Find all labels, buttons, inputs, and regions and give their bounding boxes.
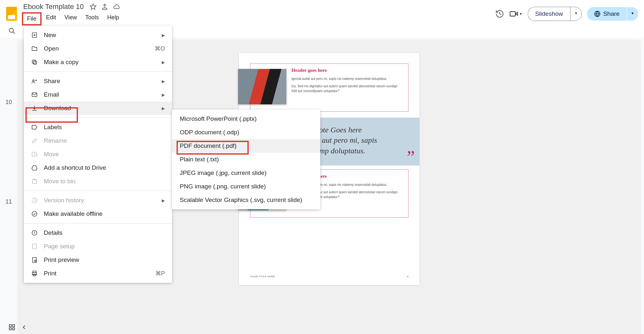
- download-pdf[interactable]: PDF document (.pdf): [172, 139, 320, 153]
- info-icon: [31, 230, 38, 236]
- menu-drive-shortcut[interactable]: Add a shortcut to Drive: [24, 161, 172, 175]
- menu-share[interactable]: Share ▶: [24, 74, 172, 88]
- thumb-number-11[interactable]: 11: [0, 198, 17, 205]
- menu-print-preview[interactable]: Print preview: [24, 253, 172, 267]
- download-submenu: Microsoft PowerPoint (.pptx) ODP documen…: [172, 110, 320, 209]
- collapse-icon[interactable]: [21, 324, 27, 330]
- footer-text: YOUR TITLE HERE: [250, 275, 275, 278]
- svg-rect-18: [33, 180, 36, 184]
- slideshow-group: Slideshow ▼: [528, 7, 582, 21]
- rename-icon: [31, 138, 38, 144]
- trash-icon: [31, 178, 38, 185]
- submenu-arrow-icon: ▶: [162, 60, 165, 65]
- svg-point-19: [32, 212, 37, 216]
- slideshow-button[interactable]: Slideshow: [528, 7, 570, 21]
- menu-page-setup: Page setup: [24, 240, 172, 253]
- svg-rect-2: [510, 12, 515, 16]
- menu-labels[interactable]: Labels: [24, 120, 172, 134]
- svg-rect-32: [9, 328, 11, 330]
- svg-point-12: [33, 80, 34, 81]
- menu-open[interactable]: Open ⌘O: [24, 42, 172, 55]
- svg-point-1: [102, 8, 107, 10]
- move-to-drive-icon[interactable]: [101, 3, 108, 10]
- move-icon: [31, 151, 38, 157]
- slide-card-1: Header goes here Igenda autati aut pero …: [250, 63, 409, 112]
- svg-rect-10: [34, 61, 37, 64]
- new-icon: [31, 32, 38, 38]
- history-icon[interactable]: [495, 9, 504, 18]
- document-title[interactable]: Ebook Template 10: [22, 2, 85, 12]
- cloud-status-icon[interactable]: [113, 3, 120, 10]
- share-dropdown[interactable]: ▼: [627, 7, 638, 21]
- copy-icon: [31, 59, 38, 65]
- slide-footer: YOUR TITLE HERE: [250, 275, 409, 278]
- share-button[interactable]: Share: [587, 7, 627, 21]
- menu-make-copy[interactable]: Make a copy ▶: [24, 55, 172, 69]
- bottom-bar: [8, 324, 27, 331]
- menu-print[interactable]: Print ⌘P: [24, 267, 172, 280]
- svg-rect-23: [33, 244, 36, 249]
- menu-rename: Rename: [24, 134, 172, 148]
- download-jpeg[interactable]: JPEG image (.jpg, current slide): [172, 166, 320, 180]
- share-label: Share: [603, 10, 620, 17]
- video-call-icon[interactable]: ▼: [509, 9, 523, 18]
- menu-move: Move: [24, 148, 172, 161]
- history-icon: [31, 197, 38, 204]
- page-setup-icon: [31, 243, 38, 250]
- svg-point-22: [34, 232, 35, 232]
- submenu-arrow-icon: ▶: [162, 79, 165, 84]
- svg-rect-11: [32, 60, 35, 63]
- download-txt[interactable]: Plain text (.txt): [172, 153, 320, 166]
- svg-line-6: [13, 32, 15, 34]
- menu-tools[interactable]: Tools: [82, 12, 103, 25]
- menu-bar: File Edit View Tools Help: [22, 12, 491, 25]
- svg-marker-0: [90, 4, 96, 9]
- app-header: Ebook Template 10 File Edit View Tools H…: [0, 0, 644, 25]
- email-icon: [31, 91, 38, 98]
- menu-download[interactable]: Download ▶: [24, 101, 172, 115]
- download-svg[interactable]: Scalable Vector Graphics (.svg, current …: [172, 193, 320, 207]
- slideshow-dropdown[interactable]: ▼: [570, 7, 582, 21]
- slide-image-1: [238, 69, 286, 104]
- offline-icon: [31, 211, 38, 217]
- svg-point-5: [9, 28, 14, 33]
- star-icon[interactable]: [90, 3, 97, 10]
- svg-rect-30: [9, 325, 11, 327]
- svg-rect-33: [13, 328, 14, 330]
- slides-logo[interactable]: [6, 6, 17, 22]
- menu-edit[interactable]: Edit: [42, 12, 60, 25]
- download-pptx[interactable]: Microsoft PowerPoint (.pptx): [172, 112, 320, 126]
- menu-help[interactable]: Help: [103, 12, 123, 25]
- open-icon: [31, 45, 38, 52]
- download-odp[interactable]: ODP document (.odp): [172, 126, 320, 139]
- menu-details[interactable]: Details: [24, 226, 172, 240]
- svg-rect-31: [13, 325, 14, 327]
- grid-view-icon[interactable]: [8, 324, 15, 331]
- download-png[interactable]: PNG image (.png, current slide): [172, 180, 320, 193]
- menu-offline[interactable]: Make available offline: [24, 207, 172, 221]
- title-area: Ebook Template 10 File Edit View Tools H…: [22, 2, 491, 25]
- svg-point-25: [34, 260, 36, 262]
- submenu-arrow-icon: ▶: [162, 92, 165, 97]
- download-icon: [31, 105, 38, 111]
- menu-view[interactable]: View: [61, 12, 81, 25]
- print-preview-icon: [31, 257, 38, 263]
- menu-version-history: Version history ▶: [24, 194, 172, 207]
- filmstrip: 10 11: [0, 38, 17, 334]
- menu-move-bin: Move to bin: [24, 175, 172, 188]
- quote-mark-icon: ”: [407, 145, 415, 170]
- menu-file[interactable]: File: [22, 12, 42, 25]
- svg-marker-17: [32, 166, 37, 170]
- menu-email[interactable]: Email ▶: [24, 88, 172, 101]
- card1-header: Header goes here: [292, 68, 402, 73]
- submenu-arrow-icon: ▶: [162, 198, 165, 203]
- submenu-arrow-icon: ▶: [162, 106, 165, 111]
- share-group: Share ▼: [587, 7, 638, 21]
- thumb-number-10[interactable]: 10: [0, 99, 17, 106]
- footer-page-dot: [407, 276, 409, 277]
- card1-p2: Ga. Sed mo digniatiur aut autem quam san…: [292, 84, 402, 93]
- card1-p1: Igenda autati aut pero mi, sapis nis nia…: [292, 76, 402, 81]
- drive-shortcut-icon: [31, 165, 38, 171]
- header-right: ▼ Slideshow ▼ Share ▼: [495, 7, 638, 21]
- menu-new[interactable]: New ▶: [24, 28, 172, 42]
